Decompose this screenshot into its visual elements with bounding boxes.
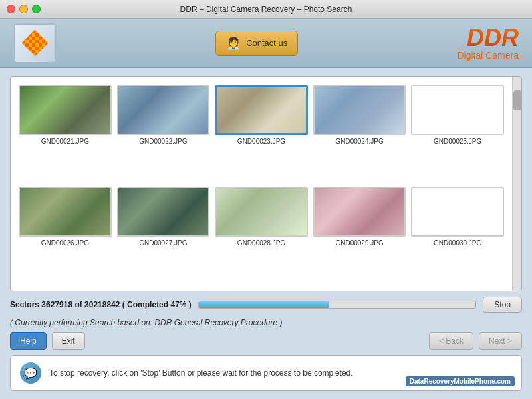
progress-bar-container <box>198 301 477 309</box>
contact-label: Contact us <box>246 38 287 48</box>
photo-item-7[interactable]: GND00027.JPG <box>117 187 210 283</box>
status-line: ( Currently performing Search based on: … <box>10 318 522 327</box>
scrollbar-thumb[interactable] <box>513 90 521 110</box>
photo-item-8[interactable]: GND00028.JPG <box>215 187 308 283</box>
photo-label-2: GND00022.JPG <box>139 138 187 145</box>
progress-text: Sectors 3627918 of 30218842 ( Completed … <box>10 300 192 309</box>
photo-label-9: GND00029.JPG <box>335 239 383 247</box>
photo-thumb-9[interactable] <box>313 187 406 237</box>
photo-label-4: GND00024.JPG <box>335 138 383 145</box>
photo-thumb-8[interactable] <box>215 187 308 237</box>
info-message: To stop recovery, click on 'Stop' Button… <box>49 368 353 378</box>
maximize-button[interactable] <box>32 5 41 13</box>
photo-thumb-2[interactable] <box>117 85 210 135</box>
brand-subtitle: Digital Camera <box>457 50 519 61</box>
photo-thumb-4[interactable] <box>313 85 406 135</box>
brand-title: DDR <box>457 26 519 50</box>
logo-box <box>13 23 57 63</box>
photo-thumb-6[interactable] <box>19 187 112 237</box>
contact-icon: 🧑‍💼 <box>226 36 241 51</box>
minimize-button[interactable] <box>19 5 28 13</box>
photo-label-10: GND00030.JPG <box>434 239 481 247</box>
info-box: 💬 To stop recovery, click on 'Stop' Butt… <box>10 355 522 391</box>
window-title: DDR – Digital Camera Recovery – Photo Se… <box>180 5 352 14</box>
photo-label-1: GND00021.JPG <box>41 138 89 145</box>
help-button[interactable]: Help <box>10 332 47 350</box>
progress-bar-fill <box>199 301 329 308</box>
back-button[interactable]: < Back <box>429 332 473 350</box>
photo-thumb-10[interactable] <box>411 187 504 237</box>
photo-item-10[interactable]: GND00030.JPG <box>411 187 504 283</box>
progress-area: Sectors 3627918 of 30218842 ( Completed … <box>10 297 522 313</box>
photo-thumb-7[interactable] <box>117 187 210 237</box>
info-icon: 💬 <box>20 362 41 384</box>
logo-icon <box>22 30 49 57</box>
photo-thumb-1[interactable] <box>19 85 112 135</box>
photo-label-5: GND00025.JPG <box>434 138 481 145</box>
photo-label-7: GND00027.JPG <box>139 239 187 247</box>
watermark: DataRecoveryMobilePhone.com <box>406 376 515 386</box>
stop-button[interactable]: Stop <box>483 297 522 313</box>
window-controls[interactable] <box>7 5 41 13</box>
photo-grid-container: GND00021.JPGGND00022.JPGGND00023.JPGGND0… <box>10 76 522 291</box>
brand-area: DDR Digital Camera <box>457 26 519 61</box>
title-bar: DDR – Digital Camera Recovery – Photo Se… <box>0 0 532 19</box>
exit-button[interactable]: Exit <box>52 332 85 350</box>
next-button[interactable]: Next > <box>479 332 522 350</box>
photo-item-4[interactable]: GND00024.JPG <box>313 85 406 182</box>
progress-row: Sectors 3627918 of 30218842 ( Completed … <box>10 297 522 313</box>
photo-label-8: GND00028.JPG <box>237 239 285 247</box>
photo-item-6[interactable]: GND00026.JPG <box>19 187 112 283</box>
nav-row: Help Exit < Back Next > <box>10 332 522 350</box>
photo-thumb-5[interactable] <box>411 85 504 135</box>
photo-thumb-3[interactable] <box>215 85 308 135</box>
photo-label-3: GND00023.JPG <box>237 138 285 145</box>
photo-item-1[interactable]: GND00021.JPG <box>19 85 112 182</box>
scrollbar[interactable] <box>512 77 521 291</box>
photo-item-5[interactable]: GND00025.JPG <box>411 85 504 182</box>
photo-item-9[interactable]: GND00029.JPG <box>313 187 406 283</box>
main-content: GND00021.JPGGND00022.JPGGND00023.JPGGND0… <box>0 68 532 399</box>
close-button[interactable] <box>7 5 15 13</box>
photo-label-6: GND00026.JPG <box>41 239 89 247</box>
photo-item-3[interactable]: GND00023.JPG <box>215 85 308 182</box>
contact-button[interactable]: 🧑‍💼 Contact us <box>215 31 298 56</box>
photo-grid: GND00021.JPGGND00022.JPGGND00023.JPGGND0… <box>11 77 512 291</box>
photo-item-2[interactable]: GND00022.JPG <box>117 85 210 182</box>
header: 🧑‍💼 Contact us DDR Digital Camera <box>0 19 532 68</box>
